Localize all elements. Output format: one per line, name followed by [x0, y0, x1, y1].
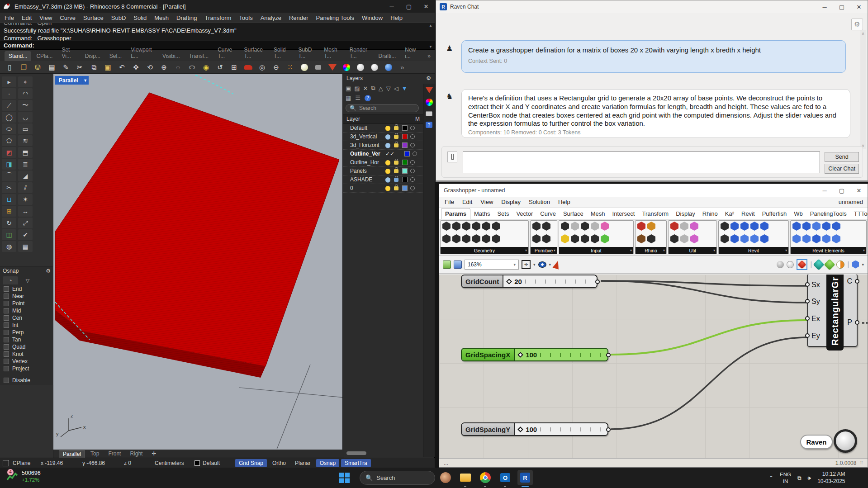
gh-component-icon[interactable] — [561, 222, 569, 231]
gh-component-icon[interactable] — [792, 222, 801, 231]
gh-component-icon[interactable] — [802, 222, 811, 231]
send-button[interactable]: Send — [825, 152, 859, 162]
slider-rail[interactable] — [525, 280, 591, 284]
gh-component-icon[interactable] — [571, 222, 579, 231]
gh-component-icon[interactable] — [452, 234, 460, 243]
gh-canvas[interactable]: GridCount 20 GridSpacingX 100 GridSpacin… — [439, 275, 868, 458]
layer-row-3d-horizont[interactable]: 3d_Horizont — [343, 141, 423, 150]
gh-sphere-half-icon[interactable] — [836, 261, 844, 269]
gumball-icon[interactable]: ◎ — [256, 62, 268, 73]
zoom-selected-icon[interactable]: ⬭ — [186, 62, 198, 73]
scroll-down-icon[interactable]: ▼ — [429, 45, 432, 49]
gh-tab-maths[interactable]: Maths — [470, 208, 493, 219]
undo-view-icon[interactable]: ↺ — [214, 62, 226, 73]
output-c[interactable]: C — [847, 277, 852, 285]
layer-color-swatch[interactable] — [402, 168, 408, 174]
gh-open-file-icon[interactable] — [443, 261, 451, 269]
taskbar-app-outlook[interactable]: O — [498, 470, 513, 485]
chat-settings-gear-icon[interactable]: ⚙ — [851, 19, 863, 30]
polygon-tool-icon[interactable]: ⬠ — [2, 135, 16, 146]
gh-menu-solution[interactable]: Solution — [529, 199, 550, 205]
delete-layer-icon[interactable]: ✕ — [363, 85, 368, 92]
menu-surface[interactable]: Surface — [83, 14, 104, 21]
layer-material-icon[interactable] — [410, 126, 415, 130]
split-tool-icon[interactable]: ⫽ — [18, 182, 33, 193]
menu-edit[interactable]: Edit — [22, 14, 32, 21]
toggle-ortho[interactable]: Ortho — [269, 459, 289, 467]
osnap-option-tan[interactable]: Tan — [0, 336, 53, 343]
paste-icon[interactable]: ▣ — [102, 62, 114, 73]
gh-component-icon[interactable] — [760, 222, 768, 231]
osnap-tab-snaps[interactable]: ◔ — [3, 276, 18, 284]
layer-filter-icon[interactable]: ▼ — [402, 85, 408, 92]
help-tab-icon[interactable]: ? — [426, 122, 432, 128]
osnap-option-int[interactable]: Int — [0, 322, 53, 329]
chat-message-input[interactable] — [463, 152, 820, 173]
layer-color-swatch[interactable] — [404, 151, 410, 156]
taskbar-search[interactable]: 🔍 Search — [360, 471, 435, 485]
layer-material-icon[interactable] — [410, 169, 415, 173]
layer-row-0[interactable]: 0 — [343, 184, 423, 193]
rectangle-tool-icon[interactable]: ▭ — [18, 123, 33, 134]
scale-tool-icon[interactable]: ⤢ — [18, 218, 33, 228]
scroll-up-icon[interactable]: ▲ — [429, 24, 432, 28]
viewport-title-badge[interactable]: Parallel ▼ — [55, 76, 89, 85]
gh-tab-rhino[interactable]: Rhino — [699, 208, 721, 219]
layer-color-swatch[interactable] — [402, 160, 408, 165]
copy-icon[interactable]: ⧉ — [88, 62, 100, 73]
selection-filter-icon[interactable]: ⌖ — [18, 76, 33, 87]
maximize-icon[interactable]: ▢ — [833, 1, 850, 12]
toolbar-tab-surface-tools[interactable]: Surface T... — [240, 45, 269, 61]
gh-component-icon[interactable] — [792, 234, 801, 243]
gh-component-icon[interactable] — [561, 234, 569, 243]
gh-component-icon[interactable] — [601, 222, 609, 231]
gh-slider-gridspacingy[interactable]: GridSpacingY 100 — [461, 422, 608, 436]
osnap-option-point[interactable]: Point — [0, 300, 53, 307]
minimize-icon[interactable]: ─ — [816, 185, 833, 196]
array-tool-icon[interactable]: ⊞ — [2, 206, 16, 217]
gh-component-icon[interactable] — [730, 234, 739, 243]
resize-grip-icon[interactable]: ⠿ — [860, 461, 863, 465]
car-display-icon[interactable] — [242, 62, 254, 73]
gh-component-icon[interactable] — [532, 234, 541, 243]
fillet-tool-icon[interactable]: ⌒ — [2, 171, 16, 181]
viewport-tab-right[interactable]: Right — [126, 450, 146, 457]
gh-component-icon[interactable] — [721, 234, 729, 243]
toolbar-tab-solid-tools[interactable]: Solid T... — [270, 45, 293, 61]
gh-component-icon[interactable] — [571, 234, 579, 243]
checkbox[interactable] — [4, 344, 9, 350]
annotate-icon[interactable]: ✎ — [60, 62, 72, 73]
lock-icon[interactable] — [312, 62, 324, 73]
gh-component-icon[interactable] — [750, 234, 759, 243]
layer-material-icon[interactable] — [410, 177, 415, 182]
gh-component-icon[interactable] — [591, 222, 599, 231]
gh-tab-transform[interactable]: Transform — [638, 208, 672, 219]
taskbar-widget-stocks[interactable]: 4 500696 +1.72% — [6, 469, 41, 483]
gh-document-name[interactable]: unnamed — [839, 199, 863, 205]
gh-component-icon[interactable] — [601, 234, 609, 243]
wire-sphere-icon[interactable] — [368, 62, 380, 73]
close-icon[interactable]: ✕ — [417, 1, 435, 12]
toggle-smarttrack[interactable]: SmartTra — [341, 459, 371, 467]
slider-rail[interactable] — [540, 353, 602, 357]
checkbox[interactable] — [4, 308, 9, 313]
input-grip[interactable] — [805, 299, 810, 303]
input-sy[interactable]: Sy — [811, 298, 820, 306]
viewport-tab-top[interactable]: Top — [87, 450, 103, 457]
checkbox[interactable] — [4, 330, 9, 335]
osnap-gear-icon[interactable]: ⚙ — [46, 268, 51, 274]
toolbar-overflow-chevron[interactable]: » — [423, 51, 435, 61]
layer-row-default[interactable]: Default — [343, 124, 423, 133]
gh-component-icon[interactable] — [542, 234, 550, 243]
toolbar-tab-select[interactable]: Sel... — [105, 51, 126, 61]
gh-component-icon[interactable] — [690, 222, 698, 231]
toggle-grid-snap[interactable]: Grid Snap — [235, 459, 267, 467]
gh-component-icon[interactable] — [760, 234, 768, 243]
display-tab-icon[interactable] — [426, 87, 433, 93]
add-viewport-tab-icon[interactable]: ✛ — [148, 450, 160, 457]
chevron-down-icon[interactable]: ▾ — [549, 262, 551, 267]
menu-tools[interactable]: Tools — [239, 14, 252, 21]
gh-tab-sets[interactable]: Sets — [493, 208, 512, 219]
layer-color-swatch[interactable] — [402, 142, 408, 148]
gh-component-icon[interactable] — [647, 222, 655, 231]
